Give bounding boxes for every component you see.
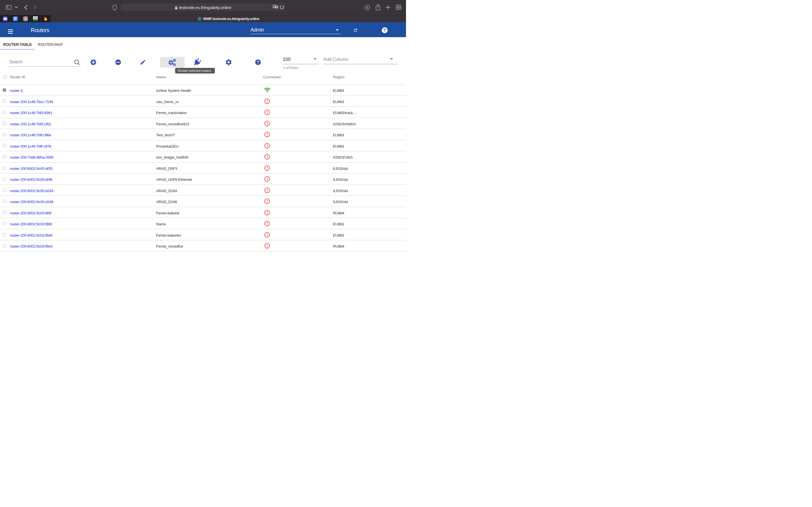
svg-text:文: 文: [275, 6, 277, 8]
svg-text:USDA: USDA: [33, 17, 38, 18]
